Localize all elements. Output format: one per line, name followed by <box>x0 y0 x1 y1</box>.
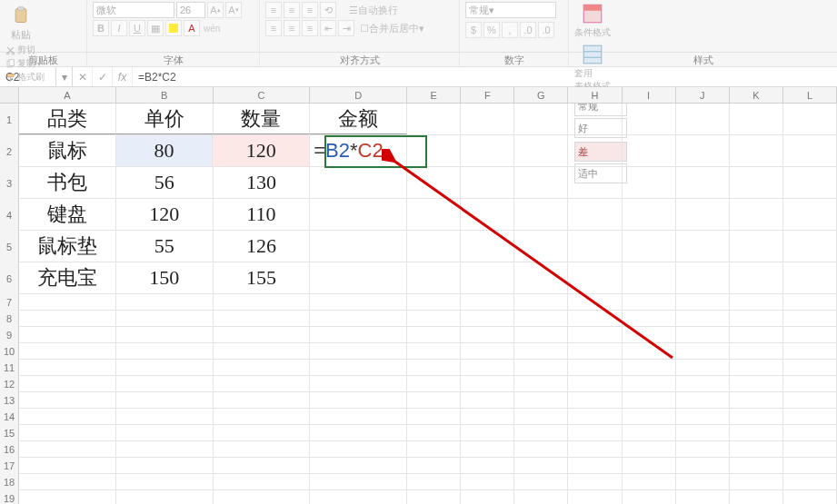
cell[interactable] <box>310 294 407 311</box>
cell[interactable] <box>214 474 311 490</box>
cell[interactable] <box>407 409 461 425</box>
cell[interactable] <box>214 343 311 360</box>
cell[interactable] <box>730 474 783 490</box>
cell[interactable] <box>514 392 568 409</box>
cell[interactable] <box>407 474 461 490</box>
column-header-L[interactable]: L <box>783 87 837 103</box>
row-header-1[interactable]: 1 <box>0 104 19 135</box>
row-header-3[interactable]: 3 <box>0 167 19 199</box>
comma-button[interactable]: , <box>502 22 518 38</box>
conditional-format-button[interactable]: 条件格式 <box>574 2 611 39</box>
cell[interactable] <box>310 392 407 409</box>
row-header-18[interactable]: 18 <box>0 474 19 490</box>
row-header-16[interactable]: 16 <box>0 441 19 458</box>
cell[interactable] <box>461 311 514 327</box>
cell[interactable] <box>514 311 568 327</box>
cell[interactable] <box>783 474 837 490</box>
cell[interactable] <box>407 490 461 504</box>
italic-button[interactable]: I <box>111 20 127 36</box>
cell[interactable] <box>783 311 837 327</box>
cell[interactable] <box>676 199 730 230</box>
cell[interactable] <box>568 343 622 360</box>
cell[interactable] <box>407 441 461 458</box>
cell[interactable] <box>461 343 514 360</box>
cell[interactable]: 120 <box>116 199 214 230</box>
cell[interactable] <box>676 294 730 311</box>
fx-insert-function-button[interactable]: fx <box>113 67 133 86</box>
cell[interactable] <box>407 231 461 262</box>
cell[interactable] <box>214 392 311 409</box>
cell[interactable] <box>783 441 837 458</box>
cell[interactable] <box>568 441 622 458</box>
cell[interactable]: 120 <box>213 135 310 166</box>
cell[interactable] <box>783 262 837 293</box>
column-header-H[interactable]: H <box>568 87 622 103</box>
cell[interactable] <box>461 104 514 134</box>
cell[interactable] <box>623 104 676 134</box>
cell[interactable] <box>19 311 116 327</box>
column-header-I[interactable]: I <box>623 87 676 103</box>
increase-decimal-button[interactable]: .0 <box>520 22 536 38</box>
cell[interactable] <box>214 490 311 504</box>
cell[interactable] <box>730 104 783 134</box>
cell[interactable] <box>19 327 116 343</box>
cell[interactable] <box>461 199 514 230</box>
cell[interactable] <box>461 409 514 425</box>
cell[interactable] <box>730 199 783 230</box>
cell[interactable] <box>730 490 783 504</box>
cell[interactable] <box>461 490 514 504</box>
cell[interactable]: 110 <box>214 199 311 230</box>
font-color-button[interactable]: A <box>184 20 200 36</box>
cell[interactable]: 80 <box>116 135 214 166</box>
cell[interactable] <box>116 474 214 490</box>
cell[interactable] <box>623 311 676 327</box>
border-button[interactable]: ▦ <box>147 20 164 36</box>
cell[interactable] <box>461 392 514 409</box>
cell[interactable] <box>214 294 311 311</box>
cell[interactable] <box>783 167 837 198</box>
cell[interactable] <box>730 392 783 409</box>
cell[interactable] <box>310 376 407 392</box>
cell[interactable] <box>783 360 837 376</box>
cell[interactable] <box>461 474 514 490</box>
cell[interactable]: 56 <box>116 167 214 198</box>
align-top-button[interactable]: ≡ <box>265 2 282 18</box>
cell[interactable] <box>407 343 461 360</box>
cell[interactable] <box>730 441 783 458</box>
cell[interactable] <box>214 311 311 327</box>
cell[interactable] <box>310 167 407 198</box>
cell[interactable] <box>407 104 461 134</box>
cell[interactable]: 130 <box>214 167 311 198</box>
cell[interactable] <box>19 425 116 441</box>
cell[interactable] <box>623 167 676 198</box>
cell[interactable] <box>116 343 214 360</box>
select-all-button[interactable] <box>0 87 19 103</box>
cell[interactable]: 155 <box>214 262 311 293</box>
cell[interactable] <box>676 360 730 376</box>
cell[interactable] <box>407 262 461 293</box>
bold-button[interactable]: B <box>93 20 109 36</box>
cell[interactable] <box>514 135 568 166</box>
cell[interactable] <box>783 294 837 311</box>
cell[interactable] <box>407 135 461 166</box>
row-header-12[interactable]: 12 <box>0 376 19 392</box>
cell[interactable] <box>783 104 837 134</box>
decrease-decimal-button[interactable]: .0 <box>538 22 554 38</box>
cell[interactable] <box>568 425 622 441</box>
cell[interactable] <box>676 311 730 327</box>
cell[interactable] <box>568 104 622 134</box>
cell[interactable] <box>623 135 676 166</box>
column-header-G[interactable]: G <box>514 87 568 103</box>
worksheet[interactable]: ABCDEFGHIJKL 1品类单价数量金额2鼠标80120=B2*C23书包5… <box>0 87 837 504</box>
cell[interactable] <box>514 343 568 360</box>
font-name-combo[interactable]: 微软 <box>93 2 174 18</box>
wrap-text-button[interactable]: ☰ 自动换行 <box>345 2 402 18</box>
cell[interactable] <box>730 327 783 343</box>
align-right-button[interactable]: ≡ <box>302 20 318 36</box>
cell[interactable] <box>783 199 837 230</box>
cell[interactable] <box>116 490 214 504</box>
cell[interactable] <box>214 327 311 343</box>
increase-font-button[interactable]: A▴ <box>207 2 224 18</box>
cell[interactable] <box>676 490 730 504</box>
cell[interactable]: 书包 <box>19 167 116 198</box>
